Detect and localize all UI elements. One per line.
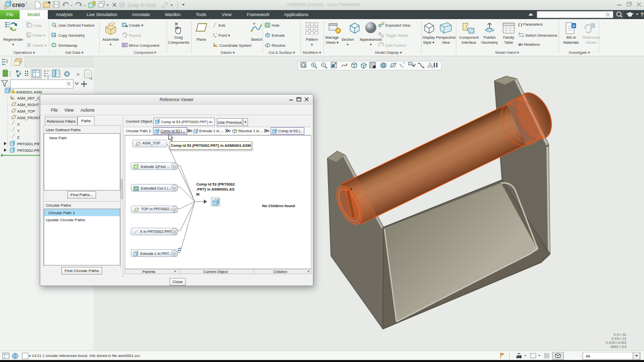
- svg-text:Comp id 53 (PRT0002: Comp id 53 (PRT0002: [196, 182, 235, 187]
- svg-text:ASM_TOP: ASM_TOP: [17, 109, 35, 114]
- svg-text:ASM_DEF_CS: ASM_DEF_CS: [17, 96, 42, 101]
- svg-text:ANG.+-0.5: ANG.+-0.5: [611, 345, 626, 348]
- svg-text:ASM_RIGHT: ASM_RIGHT: [17, 103, 39, 107]
- svg-text:ASM_FRONT: ASM_FRONT: [17, 116, 41, 120]
- svg-text:PRT0002.PRT: PRT0002.PRT: [17, 148, 42, 153]
- svg-text:X.XX+-.01: X.XX+-.01: [611, 337, 626, 340]
- svg-text:x: x: [399, 63, 401, 66]
- svg-text:x: x: [213, 33, 214, 36]
- svg-text:ASM0001.ASM: ASM0001.ASM: [16, 90, 42, 95]
- svg-text:Snap to Grid: Snap to Grid: [127, 3, 155, 8]
- svg-text:Z: Z: [17, 135, 20, 140]
- svg-text:.PRT) in ASM0001.AS: .PRT) in ASM0001.AS: [196, 187, 234, 192]
- svg-text:All: All: [586, 354, 590, 358]
- svg-text:X.XXX+-0.001: X.XXX+-0.001: [606, 341, 627, 344]
- svg-text:B: B: [573, 24, 575, 28]
- svg-text:PRT0001.PRT: PRT0001.PRT: [17, 142, 42, 146]
- svg-text:?: ?: [640, 12, 643, 18]
- svg-text:creo: creo: [12, 2, 25, 9]
- svg-text:X: X: [17, 122, 20, 127]
- svg-text:x: x: [402, 65, 404, 68]
- svg-text:No Children found: No Children found: [262, 204, 295, 208]
- svg-text:x: x: [215, 35, 216, 38]
- svg-text:M: M: [196, 192, 199, 197]
- svg-text:Y: Y: [17, 129, 20, 133]
- svg-text:X.X+-.01: X.X+-.01: [614, 333, 627, 336]
